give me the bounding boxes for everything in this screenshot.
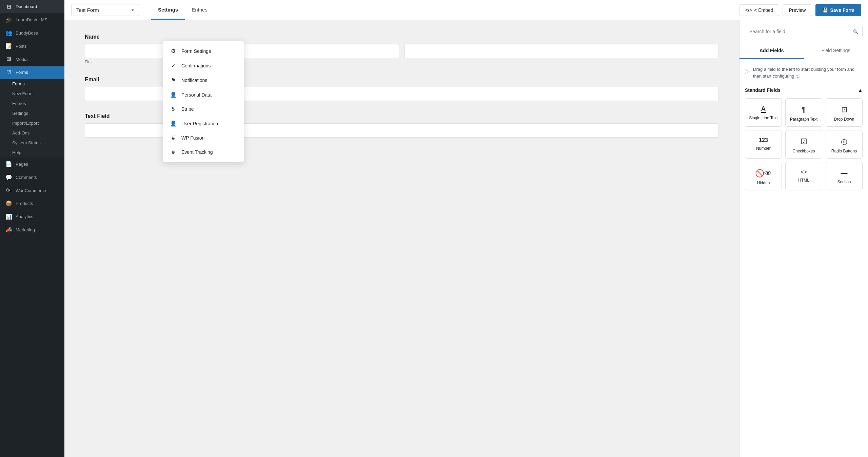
gear-icon: ⚙ (170, 48, 177, 54)
sidebar-item-add-ons[interactable]: Add-Ons (0, 128, 64, 138)
embed-button[interactable]: </> < Embed (739, 4, 779, 16)
sidebar-item-analytics[interactable]: 📊 Analytics (0, 210, 64, 223)
sidebar-item-settings[interactable]: Settings (0, 108, 64, 118)
media-icon: 🖼 (5, 56, 12, 62)
pages-icon: 📄 (5, 161, 12, 167)
learndash-icon: 🎓 (5, 17, 12, 23)
sidebar-item-label: Marketing (16, 227, 35, 232)
right-panel-body: ▷ Drag a field to the left to start buil… (739, 59, 868, 457)
settings-label: Settings (12, 111, 28, 116)
field-card-number[interactable]: 123 Number (745, 130, 782, 159)
system-status-label: System Status (12, 140, 41, 145)
tab-entries[interactable]: Entries (185, 1, 214, 20)
tab-settings[interactable]: Settings (151, 1, 185, 20)
single-line-text-icon: A (761, 105, 766, 113)
search-icon: 🔍 (853, 29, 858, 34)
comments-icon: 💬 (5, 174, 12, 181)
woocommerce-icon: 🛍 (5, 187, 12, 193)
sidebar-item-label: Analytics (16, 214, 33, 219)
search-input[interactable] (749, 29, 850, 34)
drag-hint: ▷ Drag a field to the left to start buil… (745, 66, 863, 79)
right-panel: 🔍 Add Fields Field Settings ▷ Drag a fie… (739, 20, 868, 457)
dashboard-icon: ⊞ (5, 3, 12, 10)
form-selector[interactable]: Test Form ▾ (71, 4, 139, 16)
sidebar-item-label: Forms (16, 70, 28, 75)
field-card-hidden[interactable]: 🚫👁 Hidden (745, 162, 782, 190)
sidebar-item-help[interactable]: Help (0, 148, 64, 158)
analytics-icon: 📊 (5, 213, 12, 220)
products-icon: 📦 (5, 200, 12, 207)
sidebar-item-posts[interactable]: 📝 Posts (0, 40, 64, 53)
field-card-drop-down[interactable]: ⊡ Drop Down (826, 98, 863, 127)
sidebar-item-woocommerce[interactable]: 🛍 WooCommerce (0, 184, 64, 197)
search-box: 🔍 (745, 26, 863, 37)
dropdown-label: Event Tracking (181, 149, 213, 155)
dropdown-item-confirmations[interactable]: ✓ Confirmations (163, 58, 244, 73)
sidebar-item-media[interactable]: 🖼 Media (0, 53, 64, 66)
dropdown-item-stripe[interactable]: S Stripe (163, 102, 244, 116)
sidebar-item-import-export[interactable]: Import/Export (0, 118, 64, 128)
tab-add-fields[interactable]: Add Fields (739, 43, 804, 59)
dropdown-item-form-settings[interactable]: ⚙ Form Settings (163, 44, 244, 58)
cursor-icon: ▷ (745, 67, 750, 76)
marketing-icon: 📣 (5, 227, 12, 233)
field-card-single-line-text[interactable]: A Single Line Text (745, 98, 782, 127)
sidebar-item-learndash[interactable]: 🎓 LearnDash LMS (0, 13, 64, 26)
field-card-section[interactable]: — Section (826, 162, 863, 190)
field-card-paragraph-text[interactable]: ¶ Paragraph Text (785, 98, 822, 127)
dropdown-item-event-tracking[interactable]: # Event Tracking (163, 145, 244, 159)
save-form-button[interactable]: 💾 Save Form (815, 4, 861, 16)
content-area: ⚙ Form Settings ✓ Confirmations ⚑ Notifi… (64, 20, 868, 457)
dropdown-item-wp-fusion[interactable]: # WP Fusion (163, 131, 244, 145)
radio-buttons-icon: ◎ (841, 137, 847, 146)
main-area: Test Form ▾ Settings Entries </> < Embed… (64, 0, 868, 457)
sidebar-item-comments[interactable]: 💬 Comments (0, 171, 64, 184)
name-last-input[interactable] (405, 44, 719, 58)
sidebar-item-new-form[interactable]: New Form (0, 89, 64, 99)
sidebar: ⊞ Dashboard 🎓 LearnDash LMS 👥 BuddyBoss … (0, 0, 64, 457)
standard-fields-header: Standard Fields ▲ (745, 87, 863, 93)
sidebar-item-forms-list[interactable]: Forms (0, 79, 64, 89)
field-card-html[interactable]: <> HTML (785, 162, 822, 190)
buddyboss-icon: 👥 (5, 30, 12, 36)
dropdown-label: Form Settings (181, 48, 211, 54)
right-panel-tabs: Add Fields Field Settings (739, 43, 868, 59)
add-ons-label: Add-Ons (12, 130, 29, 136)
hidden-icon: 🚫👁 (755, 169, 772, 178)
collapse-icon[interactable]: ▲ (858, 87, 863, 93)
form-name: Test Form (76, 7, 99, 13)
field-label-name: Name (85, 34, 719, 40)
sidebar-item-pages[interactable]: 📄 Pages (0, 158, 64, 171)
event-tracking-icon: # (170, 149, 177, 155)
settings-dropdown: ⚙ Form Settings ✓ Confirmations ⚑ Notifi… (163, 41, 244, 162)
field-grid: A Single Line Text ¶ Paragraph Text ⊡ Dr… (745, 98, 863, 190)
entries-label: Entries (12, 101, 26, 106)
dropdown-item-notifications[interactable]: ⚑ Notifications (163, 73, 244, 87)
dropdown-item-personal-data[interactable]: 👤 Personal Data (163, 87, 244, 102)
sidebar-item-label: LearnDash LMS (16, 17, 47, 22)
name-last-wrap (405, 44, 719, 64)
field-card-checkboxes[interactable]: ☑ Checkboxes (785, 130, 822, 159)
sidebar-item-dashboard[interactable]: ⊞ Dashboard (0, 0, 64, 13)
html-icon: <> (801, 169, 807, 175)
dropdown-label: Personal Data (181, 92, 212, 98)
forms-icon: ☑ (5, 69, 12, 76)
dropdown-item-user-registration[interactable]: 👤 User Registration (163, 116, 244, 131)
chevron-down-icon: ▾ (132, 7, 134, 13)
user-reg-icon: 👤 (170, 120, 177, 127)
sidebar-item-entries[interactable]: Entries (0, 99, 64, 108)
sidebar-item-marketing[interactable]: 📣 Marketing (0, 223, 64, 236)
field-card-radio-buttons[interactable]: ◎ Radio Buttons (826, 130, 863, 159)
user-icon: 👤 (170, 91, 177, 98)
stripe-icon: S (170, 106, 177, 112)
sidebar-item-buddyboss[interactable]: 👥 BuddyBoss (0, 26, 64, 40)
check-circle-icon: ✓ (170, 62, 177, 69)
dropdown-label: WP Fusion (181, 135, 204, 141)
sidebar-item-label: Products (16, 201, 33, 206)
sidebar-item-system-status[interactable]: System Status (0, 138, 64, 148)
tab-field-settings[interactable]: Field Settings (804, 43, 868, 59)
embed-icon: </> (745, 7, 752, 13)
sidebar-item-forms[interactable]: ☑ Forms (0, 66, 64, 79)
sidebar-item-products[interactable]: 📦 Products (0, 197, 64, 210)
preview-button[interactable]: Preview (783, 4, 812, 16)
